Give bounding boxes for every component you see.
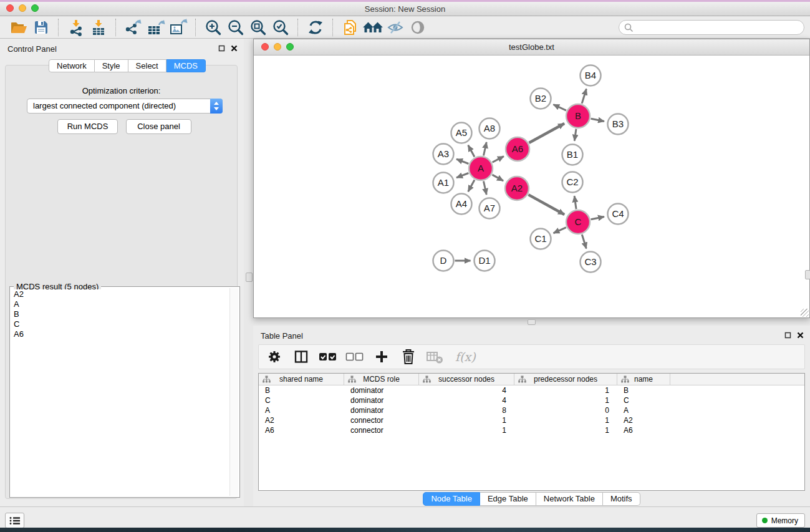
table-cell[interactable]: 1 (514, 426, 617, 435)
graph-node-C4[interactable]: C4 (608, 204, 629, 225)
graph-node-A8[interactable]: A8 (480, 118, 500, 139)
graph-node-A7[interactable]: A7 (480, 198, 500, 219)
graph-edge-A-A2[interactable] (492, 175, 503, 181)
clear-table-icon[interactable] (426, 347, 445, 366)
graph-node-A4[interactable]: A4 (451, 194, 472, 215)
zoom-selected-icon[interactable] (269, 17, 292, 37)
graph-edge-C-C3[interactable] (582, 235, 586, 248)
clone-network-icon[interactable] (339, 17, 362, 37)
refresh-icon[interactable] (304, 17, 327, 37)
tab-network[interactable]: Network (49, 59, 95, 72)
table-cell[interactable]: B (259, 386, 344, 395)
graph-node-A3[interactable]: A3 (433, 144, 454, 165)
table-cell[interactable]: A6 (259, 426, 344, 435)
table-cell[interactable]: B (617, 386, 670, 395)
graph-node-C[interactable]: C (566, 210, 590, 234)
open-icon[interactable] (7, 17, 30, 37)
table-row[interactable]: A6connector11A6 (259, 425, 804, 435)
graph-node-C1[interactable]: C1 (531, 229, 551, 249)
table-cell[interactable]: connector (344, 426, 419, 435)
table-cell[interactable]: 1 (514, 396, 617, 405)
delete-icon[interactable] (399, 347, 418, 366)
task-history-button[interactable] (5, 513, 24, 528)
table-cell[interactable]: 1 (514, 386, 617, 395)
home-icon[interactable] (362, 17, 384, 37)
table-cell[interactable]: 4 (419, 386, 514, 395)
graph-edge-A-A8[interactable] (483, 142, 486, 156)
graph-node-D[interactable]: D (433, 251, 454, 271)
graph-node-B1[interactable]: B1 (562, 145, 583, 165)
column-header-shared-name[interactable]: shared name (259, 374, 344, 385)
export-network-icon[interactable] (122, 17, 145, 37)
memory-button[interactable]: Memory (756, 513, 805, 528)
right-splitter-handle[interactable] (805, 270, 810, 279)
graph-edge-A-A1[interactable] (456, 173, 468, 178)
network-maximize-icon[interactable] (286, 43, 294, 51)
mcds-result-item[interactable]: A (11, 299, 229, 309)
graph-edge-A-A4[interactable] (468, 180, 475, 191)
mcds-result-item[interactable]: C (11, 319, 229, 329)
list-scrollbar[interactable] (229, 288, 238, 496)
column-header-successor-nodes[interactable]: successor nodes (419, 374, 514, 385)
graph-edge-A-A3[interactable] (456, 159, 468, 163)
tab-mcds[interactable]: MCDS (166, 59, 206, 72)
tab-style[interactable]: Style (95, 59, 128, 72)
graph-node-A[interactable]: A (469, 157, 493, 180)
table-cell[interactable]: 1 (419, 416, 514, 425)
table-row[interactable]: A2connector11A2 (259, 415, 804, 425)
graph-edge-C-C4[interactable] (591, 216, 604, 219)
table-cell[interactable]: 1 (419, 426, 514, 435)
vertical-splitter-handle[interactable] (246, 273, 253, 282)
mcds-result-list[interactable]: A2ABCA6 (11, 289, 229, 496)
table-cell[interactable]: A2 (617, 416, 670, 425)
table-cell[interactable]: dominator (344, 406, 419, 415)
import-table-icon[interactable] (87, 17, 110, 37)
graph-node-C2[interactable]: C2 (562, 172, 583, 193)
mcds-result-item[interactable]: A6 (11, 329, 229, 339)
close-panel-icon[interactable] (797, 332, 804, 339)
add-icon[interactable] (372, 347, 391, 366)
graph-node-A1[interactable]: A1 (433, 173, 454, 193)
column-header-name[interactable]: name (617, 374, 670, 385)
column-header-MCDS-role[interactable]: MCDS role (344, 374, 419, 385)
unselect-all-icon[interactable] (345, 347, 364, 366)
graph-node-A5[interactable]: A5 (451, 123, 472, 143)
table-cell[interactable]: 4 (419, 396, 514, 405)
table-cell[interactable]: A6 (617, 426, 670, 435)
graph-edge-B-B2[interactable] (553, 105, 566, 111)
zoom-in-icon[interactable] (202, 17, 224, 37)
mcds-result-item[interactable]: A2 (11, 289, 229, 299)
graph-edge-A-A6[interactable] (493, 157, 504, 163)
close-panel-button[interactable]: Close panel (126, 119, 191, 134)
network-window-titlebar[interactable]: testGlobe.txt (254, 39, 809, 56)
tab-select[interactable]: Select (128, 59, 166, 72)
graph-edge-A2-C[interactable] (528, 195, 564, 215)
import-network-icon[interactable] (65, 17, 87, 37)
graph-edge-B-B3[interactable] (591, 118, 604, 121)
run-mcds-button[interactable]: Run MCDS (57, 119, 118, 134)
main-titlebar[interactable]: Session: New Session (0, 2, 810, 16)
table-cell[interactable]: A (259, 406, 344, 415)
graph-node-B3[interactable]: B3 (608, 114, 629, 135)
mcds-result-item[interactable]: B (11, 309, 229, 319)
table-cell[interactable]: 0 (514, 406, 617, 415)
tab-edge-table[interactable]: Edge Table (480, 492, 536, 506)
graph-edge-B-B4[interactable] (582, 89, 586, 104)
close-panel-icon[interactable] (231, 45, 238, 52)
optimization-select[interactable]: largest connected component (directed) (27, 99, 223, 114)
search-field[interactable] (619, 20, 804, 35)
table-cell[interactable]: dominator (344, 386, 419, 395)
tab-motifs[interactable]: Motifs (603, 492, 640, 506)
table-cell[interactable]: 1 (514, 416, 617, 425)
save-icon[interactable] (30, 17, 52, 37)
float-panel-icon[interactable] (218, 45, 225, 52)
show-graphics-icon[interactable] (407, 17, 429, 37)
tab-node-table[interactable]: Node Table (423, 492, 480, 506)
graph-edge-A-A5[interactable] (468, 145, 475, 157)
column-header-predecessor-nodes[interactable]: predecessor nodes (514, 374, 617, 385)
table-cell[interactable]: 8 (419, 406, 514, 415)
graph-edge-C-C2[interactable] (574, 196, 576, 209)
table-row[interactable]: Adominator80A (259, 405, 804, 415)
table-row[interactable]: Cdominator41C (259, 395, 804, 405)
table-cell[interactable]: A2 (259, 416, 344, 425)
